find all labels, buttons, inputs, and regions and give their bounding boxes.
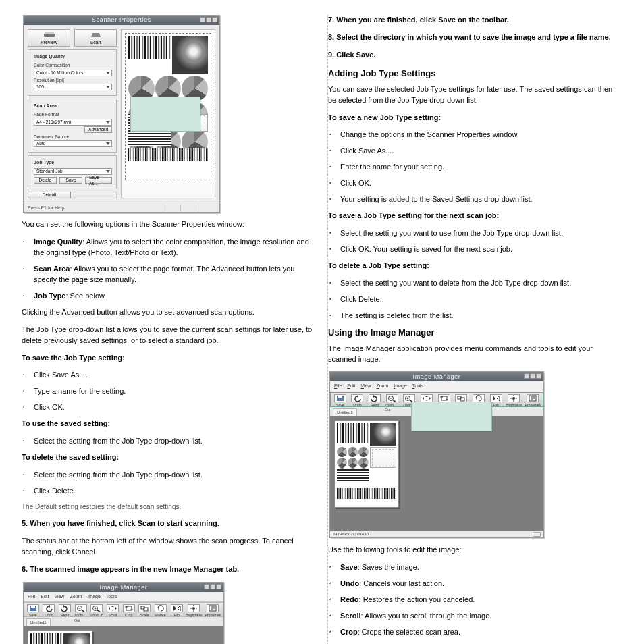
resize-grip[interactable]	[533, 532, 541, 537]
brightness-icon	[188, 604, 200, 612]
menu-file[interactable]: File	[28, 593, 35, 600]
use-head: To use the saved setting:	[22, 419, 316, 429]
job-type-group: Job Type Standard Job Delete Save Save A…	[28, 155, 117, 188]
disabled-button	[74, 192, 117, 198]
step7: 7. When you are finished, click Save on …	[328, 15, 622, 26]
preview-button[interactable]: Preview	[28, 29, 70, 47]
list-item: Click Delete.	[329, 294, 622, 305]
tool-zoomout[interactable]: Zoom Out	[385, 394, 400, 413]
window-controls[interactable]	[204, 584, 221, 589]
canvas-area[interactable]	[24, 626, 223, 644]
menu-image[interactable]: Image	[87, 593, 100, 600]
save-button[interactable]: Save	[59, 177, 82, 184]
list-item: Select the setting from the Job Type dro…	[23, 436, 316, 447]
tool-rotate[interactable]: Rotate	[154, 604, 167, 618]
tool-desc-crop: Crop: Crops the selected scan area.	[329, 627, 622, 638]
flip-icon	[171, 604, 183, 612]
tool-label: Rotate	[155, 613, 165, 618]
window-controls[interactable]	[200, 17, 217, 22]
advanced-button[interactable]: Advanced	[84, 126, 112, 133]
tab-untitled[interactable]: Untitled1	[333, 408, 357, 417]
window-title: Image Manager	[100, 583, 148, 592]
tool-redo[interactable]: Redo	[367, 394, 382, 408]
svg-marker-48	[493, 396, 495, 401]
list-item: Type a name for the setting.	[23, 386, 316, 397]
scan-button-label: Scan	[90, 39, 101, 46]
window-titlebar: Image Manager	[330, 372, 543, 381]
tool-save[interactable]: Save	[333, 394, 348, 408]
preview-button-label: Preview	[41, 39, 57, 46]
tool-flip[interactable]: Flip	[170, 604, 184, 618]
default-button[interactable]: Default	[28, 192, 71, 198]
statusbar: 2479x3507/0 0x430	[330, 531, 543, 537]
zoomin-icon	[90, 604, 103, 612]
rotate-icon	[473, 394, 485, 402]
menu-edit[interactable]: Edit	[41, 593, 49, 600]
tool-properties[interactable]: Properties	[205, 604, 221, 618]
menu-file[interactable]: File	[334, 383, 342, 390]
page-format-select[interactable]: A4 - 210x297 mm	[34, 119, 112, 126]
tool-label: Undo	[45, 613, 53, 618]
tool-scale[interactable]: Scale	[138, 604, 151, 618]
delete-button[interactable]: Delete	[34, 177, 57, 184]
step8: 8. Select the directory in which you wan…	[328, 32, 622, 43]
menu-zoom[interactable]: Zoom	[376, 383, 388, 390]
tools-lead: Use the following tools to edit the imag…	[328, 545, 622, 556]
list-item: Select the setting you want to use from …	[329, 228, 622, 239]
tool-label: Undo	[353, 403, 361, 408]
save-head: To save the Job Type setting:	[22, 353, 316, 364]
tool-zoomout[interactable]: Zoom Out	[74, 604, 88, 623]
resolution-label: Resolution [dpi]	[34, 77, 69, 83]
note-default: The Default setting restores the default…	[22, 502, 316, 512]
status-text: 2479x3507/0 0x430	[333, 531, 369, 537]
scan-button[interactable]: Scan	[74, 29, 117, 47]
save-as-button[interactable]: Save As...	[85, 177, 112, 184]
menubar[interactable]: File Edit View Zoom Image Tools	[330, 381, 543, 392]
window-title: Scanner Properties	[92, 16, 151, 24]
tool-desc-redo: Redo: Restores the action you canceled.	[329, 595, 622, 606]
window-title: Image Manager	[413, 373, 461, 381]
tool-save[interactable]: Save	[26, 604, 40, 618]
menubar[interactable]: File Edit View Zoom Image Tools	[24, 592, 223, 602]
tab-untitled[interactable]: Untitled1	[26, 618, 51, 626]
menu-image[interactable]: Image	[394, 383, 406, 390]
tool-undo[interactable]: Undo	[43, 604, 56, 618]
tool-zoomin[interactable]: Zoom In	[90, 604, 104, 618]
menu-edit[interactable]: Edit	[347, 383, 355, 390]
tool-brightness[interactable]: Brightness	[506, 394, 522, 408]
window-titlebar: Image Manager	[24, 583, 223, 592]
image-manager-window: Image Manager File Edit View Zoom Image …	[23, 582, 224, 644]
use-steps: Select the setting from the Job Type dro…	[23, 436, 316, 447]
svg-marker-6	[63, 605, 65, 608]
scan-icon	[75, 32, 116, 38]
tool-redo[interactable]: Redo	[58, 604, 72, 618]
tool-undo[interactable]: Undo	[350, 394, 365, 408]
menu-view[interactable]: View	[360, 383, 371, 390]
svg-rect-32	[338, 396, 342, 398]
options-lead: You can set the following options in the…	[22, 219, 316, 230]
tabs: Untitled1	[24, 617, 223, 626]
resolution-select[interactable]: 300	[34, 84, 112, 90]
svg-line-36	[393, 400, 396, 402]
preview-image	[337, 423, 396, 505]
menu-view[interactable]: View	[54, 593, 64, 600]
crop-icon	[438, 394, 450, 402]
tool-crop[interactable]: Crop	[122, 604, 136, 618]
image-quality-group: Image Quality Color Composition Color - …	[28, 49, 117, 96]
canvas-area[interactable]	[330, 416, 543, 531]
window-controls[interactable]	[524, 373, 541, 379]
scroll-icon	[421, 394, 433, 402]
job-type-select[interactable]: Standard Job	[34, 168, 112, 175]
tool-brightness[interactable]: Brightness	[186, 604, 202, 618]
color-composition-select[interactable]: Color - 16 Million Colors	[34, 70, 112, 76]
menu-tools[interactable]: Tools	[106, 593, 117, 600]
menu-zoom[interactable]: Zoom	[70, 593, 82, 600]
document-source-select[interactable]: Auto	[34, 140, 112, 147]
tool-scroll[interactable]: Scroll	[106, 604, 119, 618]
tool-label: Zoom Out	[385, 403, 400, 413]
menu-tools[interactable]: Tools	[412, 383, 423, 390]
list-item: Click Save As....	[23, 370, 316, 381]
tool-properties[interactable]: Properties	[525, 394, 541, 408]
list-item: Click Delete.	[23, 486, 316, 497]
document-source-label: Document Source	[34, 134, 69, 140]
